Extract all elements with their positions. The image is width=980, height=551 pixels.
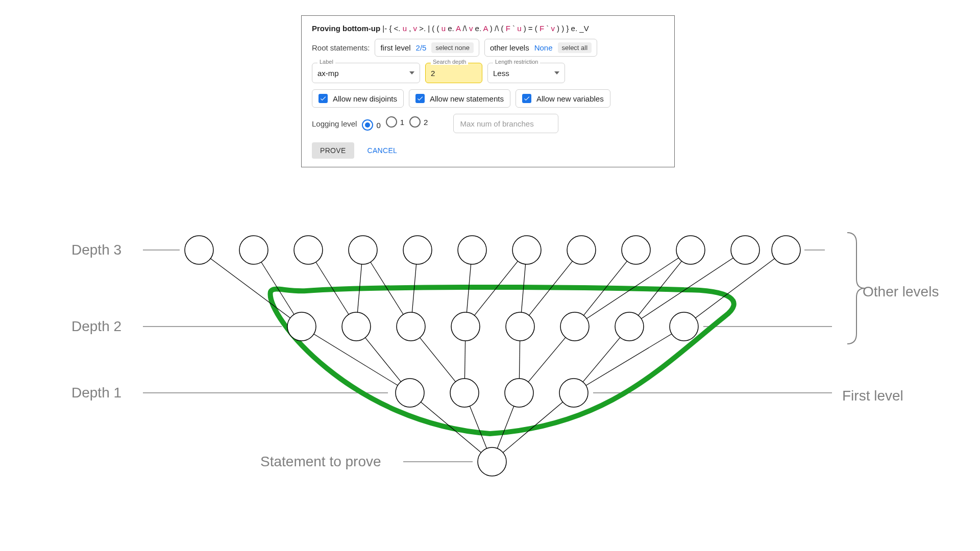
svg-line-26	[474, 261, 518, 315]
radio-label: 0	[376, 121, 380, 130]
svg-point-43	[676, 236, 705, 264]
depth3-label: Depth 3	[71, 242, 121, 258]
svg-line-12	[365, 338, 401, 382]
max-branches-placeholder: Max num of branches	[460, 119, 533, 128]
first-level-label: first level	[380, 43, 410, 52]
svg-line-7	[421, 402, 481, 453]
first-level-chip: first level 2/5 select none	[375, 39, 479, 57]
label-select[interactable]: Label ax-mp	[312, 63, 420, 83]
allow-disjoints-label: Allow new disjoints	[333, 94, 397, 103]
svg-line-11	[314, 334, 398, 386]
allow-variables-label: Allow new variables	[536, 94, 604, 103]
svg-line-14	[464, 341, 465, 379]
check-icon	[522, 94, 531, 103]
svg-line-28	[529, 261, 572, 315]
svg-line-18	[586, 334, 672, 385]
root-statements-label: Root statements:	[312, 43, 370, 52]
chevron-down-icon	[409, 71, 414, 74]
svg-line-19	[210, 259, 290, 318]
label-legend: Label	[317, 59, 335, 65]
svg-point-47	[342, 312, 371, 341]
other-levels-label: other levels	[490, 43, 529, 52]
allow-statements-label: Allow new statements	[430, 94, 504, 103]
svg-line-33	[695, 259, 774, 318]
depth-legend: Search depth	[431, 59, 468, 65]
logging-radio-2[interactable]: 2	[409, 116, 428, 128]
check-icon	[318, 94, 328, 103]
other-levels-diagram-label: Other levels	[863, 284, 939, 300]
check-icon	[415, 94, 425, 103]
svg-point-37	[349, 236, 377, 264]
svg-line-15	[519, 341, 520, 379]
max-branches-input[interactable]: Max num of branches	[453, 114, 558, 133]
length-legend: Length restriction	[493, 59, 540, 65]
radio-icon	[386, 116, 397, 128]
logging-radio-1[interactable]: 1	[386, 116, 404, 128]
svg-point-48	[397, 312, 425, 341]
svg-point-44	[731, 236, 760, 264]
logging-level-label: Logging level	[312, 119, 357, 128]
radio-icon	[362, 119, 373, 131]
svg-line-25	[467, 264, 471, 312]
svg-point-39	[458, 236, 486, 264]
svg-line-24	[412, 264, 416, 312]
svg-line-23	[371, 262, 403, 315]
svg-point-46	[287, 312, 316, 341]
statement-to-prove-label: Statement to prove	[260, 454, 381, 470]
svg-line-8	[470, 406, 486, 448]
first-level-select-none-button[interactable]: select none	[431, 42, 474, 53]
svg-point-38	[403, 236, 432, 264]
other-levels-select-all-button[interactable]: select all	[558, 42, 592, 53]
svg-point-35	[239, 236, 268, 264]
first-level-diagram-label: First level	[842, 388, 903, 404]
svg-line-13	[420, 338, 456, 382]
svg-point-45	[772, 236, 800, 264]
svg-line-32	[641, 258, 733, 318]
svg-point-42	[622, 236, 650, 264]
logging-radio-group: 012	[362, 116, 433, 131]
svg-line-17	[583, 337, 620, 382]
first-level-count[interactable]: 2/5	[416, 43, 427, 52]
chevron-down-icon	[554, 71, 559, 74]
svg-point-36	[294, 236, 323, 264]
svg-line-16	[528, 337, 566, 382]
svg-point-52	[615, 312, 644, 341]
logging-radio-0[interactable]: 0	[362, 119, 380, 131]
depth2-label: Depth 2	[71, 318, 121, 335]
label-value: ax-mp	[317, 69, 405, 78]
prove-button[interactable]: PROVE	[312, 142, 354, 159]
length-value: Less	[493, 69, 550, 78]
svg-point-34	[185, 236, 213, 264]
svg-line-29	[583, 261, 627, 315]
radio-label: 1	[400, 118, 404, 127]
svg-line-27	[521, 264, 525, 312]
length-restriction-select[interactable]: Length restriction Less	[487, 63, 565, 83]
other-levels-chip: other levels None select all	[484, 39, 597, 57]
svg-point-57	[559, 379, 588, 407]
other-levels-value[interactable]: None	[534, 43, 553, 52]
depth1-label: Depth 1	[71, 385, 121, 401]
svg-line-21	[316, 262, 349, 315]
allow-variables-checkbox[interactable]: Allow new variables	[516, 89, 610, 108]
depth-value: 2	[431, 69, 477, 78]
svg-point-41	[567, 236, 596, 264]
svg-line-10	[503, 402, 562, 453]
svg-point-54	[396, 379, 424, 407]
svg-line-22	[357, 264, 361, 312]
svg-point-50	[506, 312, 534, 341]
svg-point-58	[478, 447, 506, 476]
svg-point-49	[451, 312, 480, 341]
allow-statements-checkbox[interactable]: Allow new statements	[409, 89, 510, 108]
radio-label: 2	[424, 118, 428, 127]
cancel-button[interactable]: CANCEL	[359, 142, 406, 159]
search-depth-input[interactable]: Search depth 2	[425, 63, 482, 83]
svg-line-30	[586, 258, 678, 318]
title-prefix: Proving bottom-up	[312, 24, 380, 33]
dialog-title: Proving bottom-up |- { <. u , v >. | ( (…	[312, 24, 664, 33]
svg-line-20	[261, 262, 294, 315]
svg-line-9	[497, 406, 514, 448]
svg-line-31	[638, 261, 681, 315]
radio-icon	[409, 116, 421, 128]
allow-disjoints-checkbox[interactable]: Allow new disjoints	[312, 89, 404, 108]
svg-point-40	[512, 236, 541, 264]
